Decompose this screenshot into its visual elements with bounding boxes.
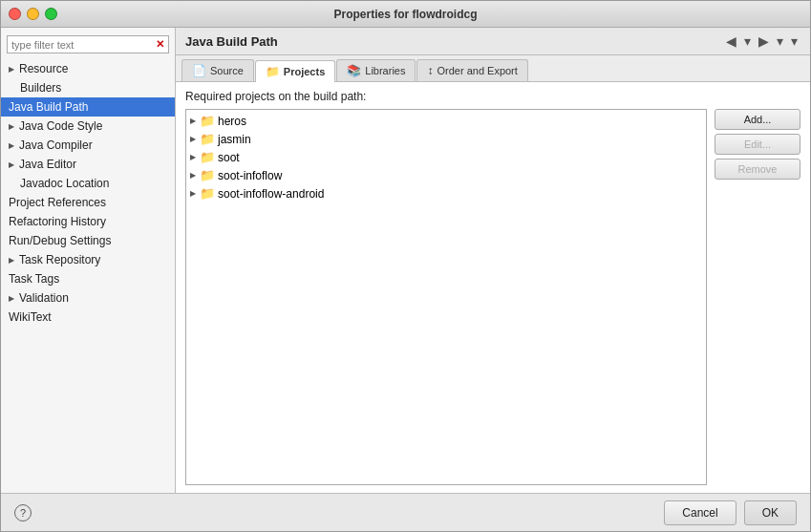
project-expand-icon: ▶ [190, 153, 196, 161]
libraries-tab-icon: 📚 [347, 64, 361, 77]
tab-projects-label: Projects [284, 66, 325, 77]
window-controls [9, 8, 57, 20]
sidebar-item-label: Project References [9, 196, 106, 209]
tab-source[interactable]: 📄 Source [181, 59, 254, 81]
sidebar-item-java-editor[interactable]: ▶ Java Editor [1, 155, 175, 174]
header-nav-buttons: ◀ ▾ ▶ ▾ ▾ [723, 33, 800, 49]
folder-icon: 📁 [200, 168, 215, 182]
sidebar-item-refactoring-history[interactable]: Refactoring History [1, 212, 175, 231]
tab-libraries[interactable]: 📚 Libraries [336, 59, 416, 81]
tab-order-export-label: Order and Export [437, 65, 517, 76]
nav-back-dropdown[interactable]: ▾ [741, 33, 754, 49]
content-header-title: Java Build Path [185, 34, 278, 49]
expand-icon: ▶ [9, 65, 14, 74]
expand-icon: ▶ [9, 122, 14, 131]
folder-icon: 📁 [200, 132, 215, 146]
footer: ? Cancel OK [1, 493, 810, 531]
sidebar: ✕ ▶ Resource Builders Java Build Path ▶ … [1, 28, 176, 493]
main-window: Properties for flowdroidcg ✕ ▶ Resource … [0, 0, 811, 532]
sidebar-item-validation[interactable]: ▶ Validation [1, 288, 175, 308]
sidebar-item-builders[interactable]: Builders [1, 78, 175, 97]
sidebar-item-java-build-path[interactable]: Java Build Path [1, 97, 175, 117]
tab-libraries-label: Libraries [365, 65, 405, 76]
nav-forward-button[interactable]: ▶ [756, 33, 772, 49]
project-name: jasmin [218, 133, 251, 146]
tab-order-export[interactable]: ↕ Order and Export [416, 59, 527, 81]
sidebar-item-run-debug-settings[interactable]: Run/Debug Settings [1, 231, 175, 250]
expand-icon: ▶ [9, 141, 14, 150]
project-expand-icon: ▶ [190, 189, 196, 198]
cancel-button[interactable]: Cancel [664, 500, 736, 525]
filter-input[interactable] [11, 39, 156, 51]
project-expand-icon: ▶ [190, 117, 196, 125]
sidebar-item-resource[interactable]: ▶ Resource [1, 59, 175, 78]
nav-back-button[interactable]: ◀ [723, 33, 739, 49]
nav-menu-button[interactable]: ▾ [788, 33, 800, 49]
sidebar-item-label: Validation [19, 291, 69, 305]
sidebar-item-label: Resource [19, 62, 68, 75]
content-area: Java Build Path ◀ ▾ ▶ ▾ ▾ 📄 Source 📁 Pro… [176, 28, 810, 493]
tab-source-label: Source [210, 65, 244, 76]
panel-main: ▶ 📁 heros ▶ 📁 jasmin ▶ 📁 soot [185, 109, 800, 485]
main-body: ✕ ▶ Resource Builders Java Build Path ▶ … [1, 28, 810, 493]
sidebar-item-label: WikiText [9, 310, 52, 324]
edit-button[interactable]: Edit... [715, 134, 800, 155]
minimize-button[interactable] [27, 8, 39, 20]
close-button[interactable] [9, 8, 21, 20]
sidebar-item-label: Java Code Style [19, 119, 102, 133]
sidebar-item-task-repository[interactable]: ▶ Task Repository [1, 250, 175, 269]
remove-button[interactable]: Remove [715, 159, 800, 180]
order-export-tab-icon: ↕ [427, 64, 433, 77]
project-item-jasmin[interactable]: ▶ 📁 jasmin [186, 130, 706, 148]
tabs-bar: 📄 Source 📁 Projects 📚 Libraries ↕ Order … [176, 55, 810, 82]
panel-description: Required projects on the build path: [185, 90, 800, 103]
folder-icon: 📁 [200, 186, 215, 201]
project-name: soot-infoflow [218, 169, 282, 182]
sidebar-item-label: Task Tags [9, 272, 59, 286]
content-header: Java Build Path ◀ ▾ ▶ ▾ ▾ [176, 28, 810, 55]
add-button[interactable]: Add... [715, 109, 800, 130]
sidebar-item-task-tags[interactable]: Task Tags [1, 269, 175, 288]
project-expand-icon: ▶ [190, 171, 196, 180]
project-item-soot-infoflow-android[interactable]: ▶ 📁 soot-infoflow-android [186, 184, 706, 202]
sidebar-item-wikitext[interactable]: WikiText [1, 308, 175, 327]
sidebar-item-label: Javadoc Location [20, 177, 109, 190]
project-item-soot[interactable]: ▶ 📁 soot [186, 148, 706, 166]
title-bar: Properties for flowdroidcg [1, 1, 810, 28]
sidebar-item-label: Java Editor [19, 158, 76, 171]
help-button[interactable]: ? [14, 504, 32, 521]
project-item-soot-infoflow[interactable]: ▶ 📁 soot-infoflow [186, 166, 706, 184]
project-name: heros [218, 115, 246, 128]
project-name: soot-infoflow-android [218, 187, 324, 201]
sidebar-item-java-compiler[interactable]: ▶ Java Compiler [1, 136, 175, 155]
footer-buttons: Cancel OK [664, 500, 797, 525]
source-tab-icon: 📄 [192, 64, 206, 77]
maximize-button[interactable] [45, 8, 57, 20]
ok-button[interactable]: OK [744, 500, 797, 525]
projects-tab-icon: 📁 [266, 65, 280, 78]
filter-clear-button[interactable]: ✕ [156, 38, 164, 51]
project-list[interactable]: ▶ 📁 heros ▶ 📁 jasmin ▶ 📁 soot [185, 109, 707, 485]
folder-icon: 📁 [200, 114, 215, 128]
content-panel: Required projects on the build path: ▶ 📁… [176, 82, 810, 493]
sidebar-item-label: Java Build Path [9, 100, 88, 114]
tab-projects[interactable]: 📁 Projects [255, 60, 335, 82]
sidebar-item-label: Builders [20, 81, 61, 95]
project-item-heros[interactable]: ▶ 📁 heros [186, 112, 706, 130]
sidebar-item-label: Java Compiler [19, 138, 93, 152]
sidebar-item-project-references[interactable]: Project References [1, 193, 175, 212]
expand-icon: ▶ [9, 256, 14, 265]
sidebar-item-label: Refactoring History [9, 215, 106, 228]
window-title: Properties for flowdroidcg [333, 8, 477, 21]
sidebar-item-label: Task Repository [19, 253, 100, 266]
action-buttons: Add... Edit... Remove [715, 109, 800, 485]
expand-icon: ▶ [9, 160, 14, 169]
sidebar-item-java-code-style[interactable]: ▶ Java Code Style [1, 117, 175, 136]
project-expand-icon: ▶ [190, 135, 196, 143]
filter-box[interactable]: ✕ [7, 35, 169, 53]
sidebar-item-label: Run/Debug Settings [9, 234, 111, 247]
project-name: soot [218, 151, 240, 164]
nav-forward-dropdown[interactable]: ▾ [774, 33, 786, 49]
sidebar-item-javadoc-location[interactable]: Javadoc Location [1, 174, 175, 193]
expand-icon: ▶ [9, 294, 14, 303]
